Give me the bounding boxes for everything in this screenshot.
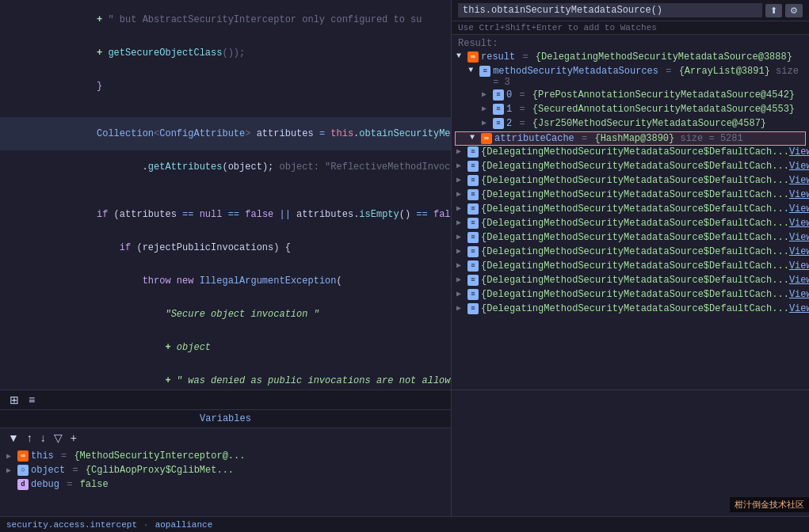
status-left: security.access.intercept [6, 520, 137, 530]
debug-icon: d [17, 479, 29, 490]
bottom-area: ⊞ ≡ Variables ▼ ↑ ↓ ▽ + ▶ ∞ this = {Meth… [0, 390, 809, 516]
tree-arrow[interactable]: ▶ [482, 118, 491, 127]
tree-item-cache-8[interactable]: ▶ ≡ {DelegatingMethodSecurityMetadataSou… [455, 260, 806, 274]
hint-bar: Use Ctrl+Shift+Enter to add to Watches [452, 21, 809, 35]
cache11-icon: ≡ [467, 303, 479, 314]
code-line: + " but AbstractSecurityInterceptor only… [0, 3, 451, 36]
tree-arrow[interactable]: ▶ [456, 246, 466, 256]
tree-arrow[interactable]: ▶ [456, 175, 466, 184]
tree-arrow[interactable]: ▼ [456, 51, 466, 60]
code-panel: + " but AbstractSecurityInterceptor only… [0, 0, 452, 390]
code-line: + getSecureObjectClass()); [0, 36, 451, 70]
var-item-object[interactable]: ▶ ○ object = {CglibAopProxy$CglibMet... [3, 463, 448, 477]
code-line: .getAttributes(object); object: "Reflect… [0, 150, 451, 184]
view-link[interactable]: View [789, 175, 809, 186]
item2-icon: ≡ [493, 118, 504, 129]
tree-arrow[interactable]: ▶ [456, 289, 466, 298]
right-panel: ⬆ ⚙ Use Ctrl+Shift+Enter to add to Watch… [452, 0, 809, 390]
tree-item-cache-10[interactable]: ▶ ≡ {DelegatingMethodSecurityMetadataSou… [455, 288, 806, 302]
expression-expand-btn[interactable]: ⬆ [765, 4, 782, 17]
layout-list-btn[interactable]: ≡ [25, 392, 38, 408]
main-area: + " but AbstractSecurityInterceptor only… [0, 0, 809, 390]
tree-arrow[interactable]: ▶ [482, 104, 491, 113]
tree-item-cache-7[interactable]: ▶ ≡ {DelegatingMethodSecurityMetadataSou… [455, 245, 806, 260]
tree-item-cache-2[interactable]: ▶ ≡ {DelegatingMethodSecurityMetadataSou… [455, 174, 806, 188]
view-link[interactable]: View [789, 203, 809, 215]
toolbar-row: ▼ ↑ ↓ ▽ + [0, 428, 451, 447]
tree-arrow[interactable]: ▶ [456, 161, 466, 170]
cache2-icon: ≡ [467, 175, 479, 186]
method-sources-icon: ≡ [479, 66, 490, 77]
tree-item-method-sources[interactable]: ▼ ≡ methodSecurityMetadataSources = {Arr… [455, 65, 806, 89]
status-right: aopalliance [155, 520, 213, 530]
code-line: + " was denied as public invocations are… [0, 364, 451, 390]
tree-item-2[interactable]: ▶ ≡ 2 = {Jsr250MethodSecurityMetadataSou… [455, 117, 806, 131]
view-link[interactable]: View [789, 246, 809, 257]
code-line: throw new IllegalArgumentException( [0, 264, 451, 298]
tree-arrow[interactable]: ▼ [468, 66, 478, 74]
code-line: } [0, 70, 451, 103]
layout-grid-btn[interactable]: ⊞ [6, 392, 22, 408]
bottom-left: ⊞ ≡ Variables ▼ ↑ ↓ ▽ + ▶ ∞ this = {Meth… [0, 390, 452, 516]
tree-item-cache-0[interactable]: ▶ ≡ {DelegatingMethodSecurityMetadataSou… [455, 146, 806, 160]
down-btn[interactable]: ↓ [37, 430, 49, 446]
tree-arrow[interactable]: ▶ [482, 89, 491, 99]
view-link[interactable]: View [789, 232, 809, 243]
tree-arrow[interactable]: ▼ [470, 133, 479, 142]
tree-arrow[interactable]: ▶ [456, 275, 466, 284]
view-link[interactable]: View [789, 218, 809, 229]
tree-arrow[interactable]: ▶ [456, 189, 466, 199]
up-btn[interactable]: ↑ [24, 430, 36, 446]
item1-icon: ≡ [493, 104, 504, 115]
tree-item-cache-9[interactable]: ▶ ≡ {DelegatingMethodSecurityMetadataSou… [455, 274, 806, 288]
code-line: + object [0, 331, 451, 364]
view-link[interactable]: View [789, 289, 809, 300]
object-icon: ○ [17, 465, 29, 476]
dropdown-btn[interactable]: ▼ [5, 430, 22, 446]
code-line-highlight: Collection<ConfigAttribute> attributes =… [0, 117, 451, 150]
tree-arrow[interactable]: ▶ [456, 146, 466, 156]
tree-arrow[interactable]: ▶ [456, 218, 466, 227]
view-link[interactable]: View [789, 275, 809, 286]
tree-item-1[interactable]: ▶ ≡ 1 = {SecuredAnnotationSecurityMetada… [455, 103, 806, 117]
view-link[interactable]: View [789, 260, 809, 272]
cache6-icon: ≡ [467, 232, 479, 243]
attribute-cache-icon: ∞ [481, 133, 492, 144]
expression-settings-btn[interactable]: ⚙ [785, 4, 803, 17]
var-arrow[interactable]: ▶ [6, 466, 16, 475]
code-line: if (attributes == null == false || attri… [0, 198, 451, 231]
var-arrow[interactable]: ▶ [6, 451, 16, 461]
view-link[interactable]: View [789, 303, 809, 314]
cache7-icon: ≡ [467, 246, 479, 257]
code-content: + " but AbstractSecurityInterceptor only… [0, 0, 451, 390]
add-btn[interactable]: + [67, 430, 80, 446]
code-line [0, 184, 451, 198]
tree-arrow[interactable]: ▶ [456, 203, 466, 213]
tree-item-cache-4[interactable]: ▶ ≡ {DelegatingMethodSecurityMetadataSou… [455, 203, 806, 217]
expression-input[interactable] [458, 3, 762, 17]
tree-item-cache-6[interactable]: ▶ ≡ {DelegatingMethodSecurityMetadataSou… [455, 231, 806, 245]
result-tree[interactable]: ▼ ∞ result = {DelegatingMethodSecurityMe… [452, 51, 809, 390]
tree-item-0[interactable]: ▶ ≡ 0 = {PrePostAnnotationSecurityMetada… [455, 89, 806, 103]
tree-item-result[interactable]: ▼ ∞ result = {DelegatingMethodSecurityMe… [455, 51, 806, 65]
view-link[interactable]: View [789, 161, 809, 172]
var-item-this[interactable]: ▶ ∞ this = {MethodSecurityInterceptor@..… [3, 449, 448, 463]
tree-arrow[interactable]: ▶ [456, 303, 466, 313]
tree-item-cache-5[interactable]: ▶ ≡ {DelegatingMethodSecurityMetadataSou… [455, 217, 806, 231]
code-line: if (rejectPublicInvocations) { [0, 231, 451, 264]
bottom-tabs: ⊞ ≡ [0, 390, 451, 410]
tree-item-cache-3[interactable]: ▶ ≡ {DelegatingMethodSecurityMetadataSou… [455, 188, 806, 203]
tree-item-attribute-cache[interactable]: ▼ ∞ attributeCache = {HashMap@3890} size… [455, 131, 806, 146]
item0-icon: ≡ [493, 89, 504, 101]
tree-arrow[interactable]: ▶ [456, 260, 466, 270]
view-link[interactable]: View [789, 189, 809, 200]
cache5-icon: ≡ [467, 218, 479, 229]
cache10-icon: ≡ [467, 289, 479, 300]
cache9-icon: ≡ [467, 275, 479, 286]
tree-item-cache-11[interactable]: ▶ ≡ {DelegatingMethodSecurityMetadataSou… [455, 302, 806, 317]
tree-item-cache-1[interactable]: ▶ ≡ {DelegatingMethodSecurityMetadataSou… [455, 160, 806, 174]
view-link[interactable]: View [789, 146, 809, 158]
filter-btn[interactable]: ▽ [51, 430, 66, 446]
var-item-debug[interactable]: ▶ d debug = false [3, 477, 448, 492]
tree-arrow[interactable]: ▶ [456, 232, 466, 241]
